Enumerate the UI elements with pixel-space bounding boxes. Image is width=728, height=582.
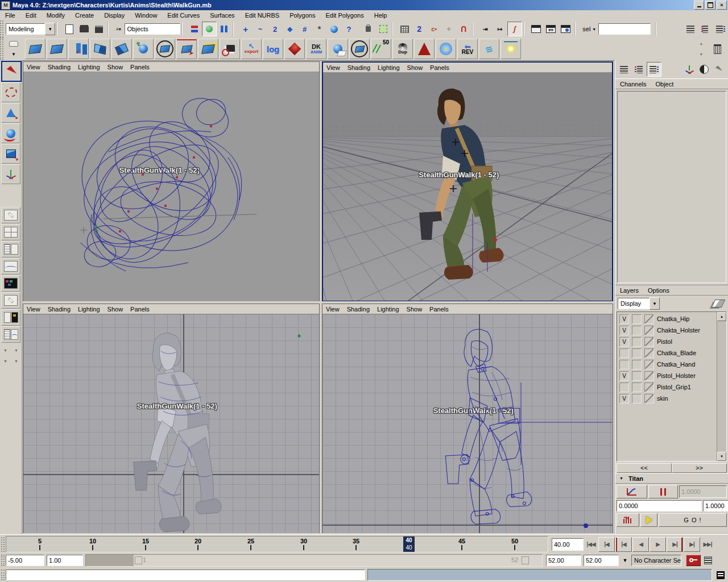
mask-parm-points-button[interactable]: ~: [253, 22, 268, 36]
vp-menu-view[interactable]: View: [326, 306, 340, 313]
layer-row[interactable]: Pistol_Grip1: [619, 381, 716, 393]
viewport-top-canvas[interactable]: StealthGunWalk(1 - 52): [23, 72, 319, 301]
status-line-grip[interactable]: [0, 20, 3, 38]
mask-unknown-button[interactable]: ?: [342, 22, 357, 36]
range-end-handle[interactable]: [522, 556, 529, 564]
menu-display[interactable]: Display: [99, 11, 130, 20]
layer-row[interactable]: Chatka_Hand: [619, 359, 716, 370]
open-scene-button[interactable]: [77, 22, 92, 36]
select-object-button[interactable]: [202, 22, 217, 36]
vp-menu-show[interactable]: Show: [107, 64, 123, 70]
minimize-button[interactable]: [694, 1, 704, 10]
menu-edit-curves[interactable]: Edit Curves: [162, 11, 205, 20]
menu-set-selector[interactable]: Modeling ▼: [6, 23, 55, 35]
shelf-circled-plane2-button[interactable]: [349, 39, 370, 59]
layer-visibility-toggle[interactable]: V: [619, 371, 629, 381]
layer-color-box[interactable]: [632, 348, 642, 358]
step-back-key-button[interactable]: |◀: [598, 537, 615, 552]
playback-start-field[interactable]: [47, 555, 83, 566]
shelf-curl-curve-button[interactable]: ≋: [479, 39, 499, 59]
layer-color-box[interactable]: [632, 337, 642, 347]
menu-help[interactable]: Help: [369, 11, 392, 20]
menu-edit-nurbs[interactable]: Edit NURBS: [240, 11, 285, 20]
layer-swatch-box[interactable]: [644, 314, 654, 324]
menu-edit[interactable]: Edit: [20, 11, 42, 20]
shelf-poly-extrude-button[interactable]: ↙: [68, 39, 89, 59]
layout-single-perspective-button[interactable]: [1, 207, 20, 223]
script-editor-button[interactable]: [714, 569, 727, 581]
menu-modify[interactable]: Modify: [42, 11, 70, 20]
layer-name[interactable]: Pistol_Holster: [657, 372, 696, 379]
layout-persp-graph-button[interactable]: [1, 258, 20, 275]
vp-menu-panels[interactable]: Panels: [130, 306, 150, 313]
shelf-plane-verts-button[interactable]: [198, 39, 218, 59]
channels-menu[interactable]: Channels: [620, 81, 646, 88]
step-forward-key-button[interactable]: ▶|: [684, 537, 700, 552]
range-start-handle[interactable]: [135, 556, 142, 564]
shelf-scale-50-button[interactable]: 50: [371, 39, 391, 59]
selection-mask-menu-button[interactable]: ≡▾: [113, 22, 125, 36]
step-forward-frame-button[interactable]: ▶|: [667, 537, 683, 552]
shelf-light-button[interactable]: [500, 39, 521, 59]
play-forwards-button[interactable]: ▶: [650, 537, 666, 552]
layer-visibility-toggle[interactable]: [619, 383, 629, 392]
vp-menu-shading[interactable]: Shading: [348, 64, 370, 71]
vp-menu-lighting[interactable]: Lighting: [377, 306, 399, 313]
scale-tool[interactable]: ↘: [1, 144, 20, 164]
auto-keyframe-toggle[interactable]: [686, 555, 701, 566]
maximize-button[interactable]: [705, 1, 715, 10]
select-component-button[interactable]: [217, 22, 231, 36]
vp-menu-show[interactable]: Show: [407, 306, 423, 313]
layer-visibility-toggle[interactable]: V: [619, 314, 629, 324]
display-shading-button[interactable]: [697, 62, 712, 77]
layout-persp-only-button[interactable]: [1, 292, 20, 309]
vp-menu-lighting[interactable]: Lighting: [378, 64, 400, 71]
selection-mask-selector[interactable]: Objects: [125, 23, 181, 35]
play-backwards-button[interactable]: ◀: [632, 537, 649, 552]
viewport-side-canvas[interactable]: StealthGunWalk(1 - 52): [23, 314, 319, 533]
mask-lines-button[interactable]: 2: [268, 22, 283, 36]
vp-menu-lighting[interactable]: Lighting: [78, 306, 100, 313]
shelf-poly-angle-button[interactable]: [111, 39, 132, 59]
mask-rendering-button[interactable]: [327, 22, 342, 36]
shelf-export-button[interactable]: ↖export: [241, 39, 262, 59]
layer-swatch-box[interactable]: [644, 383, 654, 392]
shelf-center-pivot-button[interactable]: ✛: [436, 39, 456, 59]
vp-menu-show[interactable]: Show: [407, 64, 423, 71]
options-menu[interactable]: Options: [648, 287, 669, 294]
vp-menu-panels[interactable]: Panels: [430, 64, 449, 71]
vp-menu-view[interactable]: View: [326, 64, 340, 71]
layers-menu[interactable]: Layers: [620, 287, 639, 294]
mask-misc-button[interactable]: *: [312, 22, 327, 36]
current-character-set[interactable]: No Character Set: [631, 555, 681, 566]
viewport-persp-canvas[interactable]: StealthGunWalk(1 - 52): [323, 73, 612, 301]
layer-scrollbar[interactable]: ▲ ▼: [717, 312, 726, 461]
vp-menu-show[interactable]: Show: [107, 306, 123, 313]
make-live-button[interactable]: U: [456, 22, 471, 36]
menu-edit-polygons[interactable]: Edit Polygons: [320, 11, 369, 20]
render-current-frame-button[interactable]: [529, 22, 544, 36]
ipr-render-button[interactable]: IPR: [544, 22, 559, 36]
layer-row[interactable]: VPistol_Holster: [619, 370, 716, 381]
snap-point-button[interactable]: c•: [427, 22, 441, 36]
render-globals-button[interactable]: [559, 22, 573, 36]
layout-outliner-persp-button[interactable]: [1, 241, 20, 257]
shelf-tab-button[interactable]: [6, 39, 22, 48]
vp-menu-view[interactable]: View: [27, 306, 40, 313]
shelf-dk-anim-button[interactable]: DKANIM: [306, 39, 326, 59]
manipulator-axes-button[interactable]: [682, 62, 697, 77]
step-back-frame-button[interactable]: |◀: [615, 537, 632, 552]
vp-menu-shading[interactable]: Shading: [347, 306, 370, 313]
layer-visibility-toggle[interactable]: [619, 348, 629, 358]
shelf-plane-select-button[interactable]: ➤: [176, 39, 197, 59]
character-set-menu-button[interactable]: ▼: [619, 554, 631, 567]
layer-color-box[interactable]: [632, 394, 642, 404]
mask-points-button[interactable]: +: [238, 22, 253, 36]
shelf-circled-plane-button[interactable]: [155, 39, 175, 59]
output-connections-button[interactable]: ↦: [493, 22, 507, 36]
layer-color-box[interactable]: [632, 383, 642, 392]
shelf-cone-button[interactable]: [414, 39, 435, 59]
select-tool[interactable]: [1, 61, 22, 82]
titan-curve-button[interactable]: [617, 485, 647, 498]
snap-surface-button[interactable]: ✧: [441, 22, 456, 36]
